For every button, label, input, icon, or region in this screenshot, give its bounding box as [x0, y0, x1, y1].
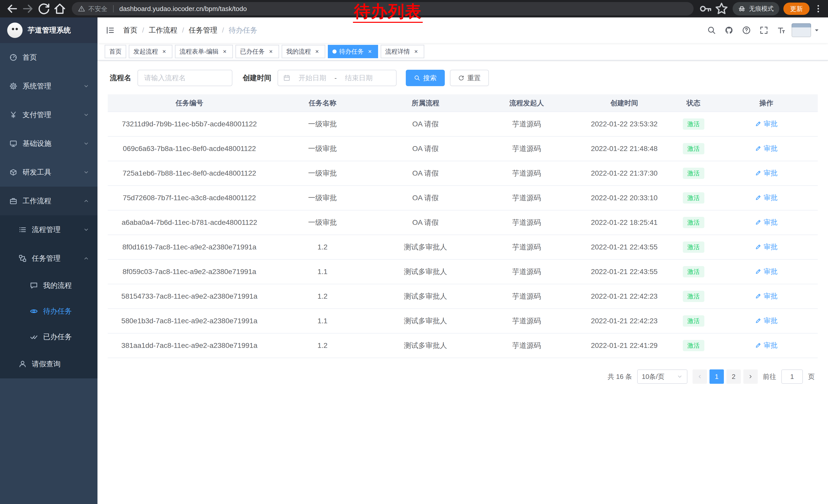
- sidebar-item-8[interactable]: 我的流程: [0, 273, 97, 299]
- status-badge: 激活: [683, 315, 704, 327]
- table-cell: 一级审批: [271, 186, 374, 210]
- approve-link[interactable]: 审批: [755, 341, 778, 350]
- help-icon[interactable]: [739, 23, 754, 37]
- hamburger-icon[interactable]: [106, 26, 115, 35]
- table-cell-action: 审批: [715, 260, 818, 284]
- page-button-1[interactable]: 1: [709, 369, 724, 384]
- table-cell: 2022-01-21 22:43:55: [576, 260, 672, 284]
- sidebar-item-2[interactable]: 支付管理: [0, 100, 97, 129]
- omnibox-divider: [113, 5, 114, 12]
- table-cell: 2022-01-22 20:33:10: [576, 186, 672, 210]
- sidebar-item-10[interactable]: 已办任务: [0, 324, 97, 350]
- approve-link[interactable]: 审批: [755, 291, 778, 301]
- avatar-menu[interactable]: [792, 23, 820, 37]
- breadcrumb-item-1[interactable]: 工作流程: [149, 26, 177, 35]
- incognito-label: 无痕模式: [749, 5, 774, 13]
- approve-link[interactable]: 审批: [755, 119, 778, 129]
- sidebar-item-label: 待办任务: [43, 306, 91, 316]
- key-icon[interactable]: [699, 2, 713, 16]
- monitor-icon: [9, 139, 17, 148]
- table-cell: 2022-01-22 21:37:30: [576, 161, 672, 186]
- github-icon[interactable]: [722, 23, 736, 37]
- chevron-down-icon: [83, 140, 89, 147]
- table-body: 73211d9d-7b9b-11ec-b5b7-acde48001122一级审批…: [108, 112, 818, 358]
- column-header: 操作: [715, 94, 818, 112]
- sidebar-item-6[interactable]: 流程管理: [0, 215, 97, 244]
- page-button-2[interactable]: 2: [727, 369, 741, 384]
- date-range-picker[interactable]: -: [278, 70, 397, 86]
- sidebar-item-label: 支付管理: [23, 110, 81, 120]
- sidebar-item-4[interactable]: 研发工具: [0, 158, 97, 187]
- approve-link[interactable]: 审批: [755, 316, 778, 325]
- close-icon[interactable]: ×: [366, 48, 373, 55]
- filter-time-label: 创建时间: [243, 73, 272, 83]
- status-badge: 激活: [683, 217, 704, 228]
- breadcrumb-item-0[interactable]: 首页: [123, 26, 137, 35]
- table-cell-action: 审批: [715, 284, 818, 309]
- table-cell-action: 审批: [715, 186, 818, 210]
- approve-link[interactable]: 审批: [755, 193, 778, 202]
- address-bar[interactable]: 不安全 dashboard.yudao.iocoder.cn/bpm/task/…: [72, 2, 694, 15]
- table-cell-action: 审批: [715, 161, 818, 186]
- approve-link[interactable]: 审批: [755, 267, 778, 276]
- tab-6[interactable]: 流程详情×: [381, 45, 424, 58]
- sidebar-item-9[interactable]: 待办任务: [0, 299, 97, 324]
- start-date-input[interactable]: [293, 74, 331, 82]
- next-page-button[interactable]: [743, 369, 758, 384]
- table-cell: OA 请假: [374, 186, 477, 210]
- dashboard-icon: [9, 53, 17, 61]
- reset-button[interactable]: 重置: [450, 70, 489, 86]
- fullscreen-icon[interactable]: [757, 23, 771, 37]
- goto-page-input[interactable]: [781, 369, 803, 384]
- close-icon[interactable]: ×: [221, 48, 228, 55]
- browser-menu-icon[interactable]: [814, 4, 823, 13]
- table-cell-status: 激活: [672, 186, 715, 210]
- table-cell-action: 审批: [715, 136, 818, 161]
- tab-2[interactable]: 流程表单-编辑×: [175, 45, 233, 58]
- chevron-down-icon: [83, 112, 89, 118]
- page-size-select[interactable]: 10条/页: [637, 369, 688, 384]
- sidebar-item-7[interactable]: 任务管理: [0, 244, 97, 273]
- font-size-icon[interactable]: [774, 23, 788, 37]
- sidebar-item-3[interactable]: 基础设施: [0, 129, 97, 158]
- sidebar-item-0[interactable]: 首页: [0, 43, 97, 72]
- approve-label: 审批: [763, 267, 778, 276]
- url-text[interactable]: dashboard.yudao.iocoder.cn/bpm/task/todo: [119, 5, 247, 13]
- star-icon[interactable]: [715, 2, 729, 16]
- table-row: 8f059c03-7ac8-11ec-a9e2-a2380e71991a1.1测…: [108, 260, 818, 284]
- column-header: 任务编号: [108, 94, 271, 112]
- table-cell: 测试多审批人: [374, 333, 477, 358]
- approve-link[interactable]: 审批: [755, 218, 778, 227]
- approve-link[interactable]: 审批: [755, 169, 778, 178]
- forward-icon[interactable]: [21, 2, 35, 16]
- close-icon[interactable]: ×: [267, 48, 275, 55]
- update-button[interactable]: 更新: [783, 3, 810, 15]
- breadcrumb-item-2[interactable]: 任务管理: [189, 26, 217, 35]
- back-icon[interactable]: [5, 2, 19, 16]
- close-icon[interactable]: ×: [314, 48, 321, 55]
- tab-0[interactable]: 首页: [105, 45, 126, 58]
- close-icon[interactable]: ×: [161, 48, 168, 55]
- sidebar-item-1[interactable]: 系统管理: [0, 72, 97, 100]
- search-button[interactable]: 搜索: [406, 70, 445, 86]
- home-icon[interactable]: [53, 2, 67, 16]
- tab-3[interactable]: 已办任务×: [236, 45, 279, 58]
- sidebar-item-11[interactable]: 请假查询: [0, 350, 97, 378]
- security-label[interactable]: 不安全: [88, 5, 108, 13]
- refresh-icon[interactable]: [37, 2, 51, 16]
- close-icon[interactable]: ×: [412, 48, 420, 55]
- sidebar-item-5[interactable]: 工作流程: [0, 187, 97, 215]
- tab-1[interactable]: 发起流程×: [129, 45, 172, 58]
- tab-5[interactable]: 待办任务×: [328, 45, 378, 58]
- sidebar-item-label: 我的流程: [43, 281, 91, 290]
- approve-link[interactable]: 审批: [755, 144, 778, 153]
- prev-page-button[interactable]: [693, 369, 707, 384]
- status-badge: 激活: [683, 192, 704, 203]
- end-date-input[interactable]: [340, 74, 378, 82]
- approve-link[interactable]: 审批: [755, 242, 778, 251]
- pen-icon: [755, 121, 761, 127]
- process-name-input[interactable]: [137, 70, 233, 86]
- pen-icon: [755, 293, 761, 300]
- search-icon[interactable]: [704, 23, 719, 37]
- tab-4[interactable]: 我的流程×: [282, 45, 325, 58]
